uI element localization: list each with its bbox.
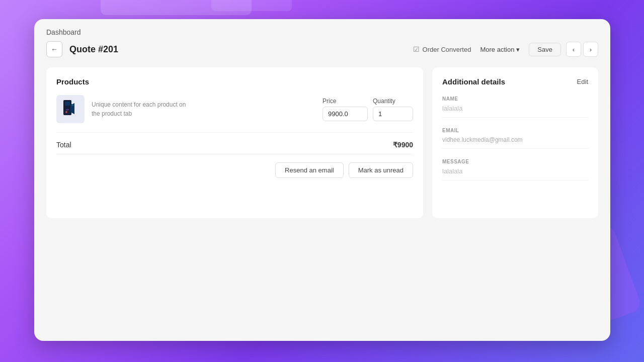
main-window: Dashboard ← Quote #201 ☑ Order Converted… [34,19,610,341]
nav-arrows: ‹ › [566,42,598,57]
price-label: Price [323,98,368,105]
total-value: ₹9900 [393,141,413,149]
message-field-value: lalalala [442,167,588,180]
additional-details-card: Additional details Edit NAME lalalala EM… [432,67,598,218]
svg-rect-6 [64,107,70,107]
action-buttons: Resend an email Mark as unread [56,154,413,178]
two-col-layout: Products [46,67,598,218]
message-field-label: MESSAGE [442,159,588,164]
product-price-qty: Price Quantity [323,98,413,121]
price-input[interactable] [323,107,368,121]
more-action-label: More action [480,46,514,53]
product-desc-line2: the product tab [92,110,132,117]
more-action-button[interactable]: More action ▾ [476,44,524,55]
check-icon: ☑ [413,45,420,53]
product-description: Unique content for each product on the p… [92,100,315,118]
chevron-down-icon: ▾ [516,46,520,53]
svg-rect-5 [66,111,68,111]
product-image [56,95,85,123]
quantity-input[interactable] [373,107,413,121]
mark-unread-button[interactable]: Mark as unread [349,162,413,178]
name-field: NAME lalalala [442,96,588,118]
message-field: MESSAGE lalalala [442,159,588,180]
page-header-left: ← Quote #201 [46,41,118,57]
page-header: ← Quote #201 ☑ Order Converted More acti… [46,41,598,57]
products-card: Products [46,67,423,218]
svg-rect-8 [71,104,73,106]
products-section-title: Products [56,77,413,86]
prev-button[interactable]: ‹ [566,42,581,57]
page-header-right: ☑ Order Converted More action ▾ Save ‹ › [413,42,598,57]
price-field-group: Price [323,98,368,121]
total-row: Total ₹9900 [56,133,413,154]
details-header: Additional details Edit [442,77,588,86]
edit-link[interactable]: Edit [577,78,588,85]
order-converted-badge: ☑ Order Converted [413,45,471,53]
svg-rect-2 [65,102,70,106]
details-title: Additional details [442,77,505,86]
email-field: EMAIL vidhee.luckmedia@gmail.com [442,128,588,149]
back-button[interactable]: ← [46,41,62,57]
name-field-value: lalalala [442,105,588,118]
dashboard-title: Dashboard [34,19,610,41]
next-button[interactable]: › [583,42,598,57]
product-desc-line1: Unique content for each product on [92,101,186,108]
email-field-value: vidhee.luckmedia@gmail.com [442,136,588,149]
email-field-label: EMAIL [442,128,588,133]
quantity-label: Quantity [373,98,413,105]
product-row: Unique content for each product on the p… [56,95,413,133]
svg-point-3 [65,111,67,113]
page-title: Quote #201 [69,44,118,55]
save-button[interactable]: Save [529,43,561,56]
order-converted-label: Order Converted [423,46,471,53]
total-label: Total [56,141,71,149]
resend-email-button[interactable]: Resend an email [275,162,344,178]
name-field-label: NAME [442,96,588,102]
quantity-field-group: Quantity [373,98,413,121]
back-icon: ← [51,45,58,53]
product-image-svg [59,98,82,120]
svg-rect-4 [66,109,69,110]
